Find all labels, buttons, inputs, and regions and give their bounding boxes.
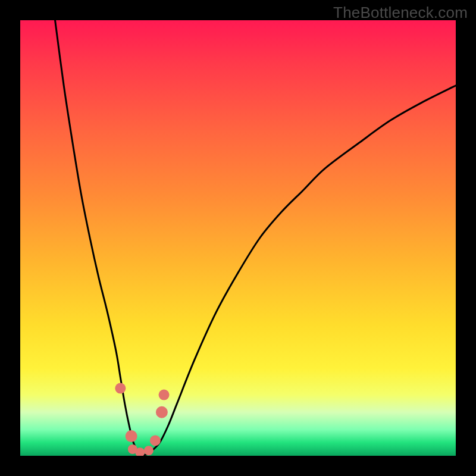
plot-area [20, 20, 456, 456]
data-marker [144, 446, 154, 455]
chart-frame: TheBottleneck.com [0, 0, 476, 476]
bottleneck-chart [20, 20, 456, 456]
data-marker [159, 390, 170, 400]
data-marker [126, 430, 137, 442]
data-marker [150, 435, 161, 446]
bottleneck-curve [55, 20, 456, 455]
watermark-text: TheBottleneck.com [333, 4, 468, 22]
data-marker [115, 383, 126, 394]
data-marker [156, 406, 168, 418]
